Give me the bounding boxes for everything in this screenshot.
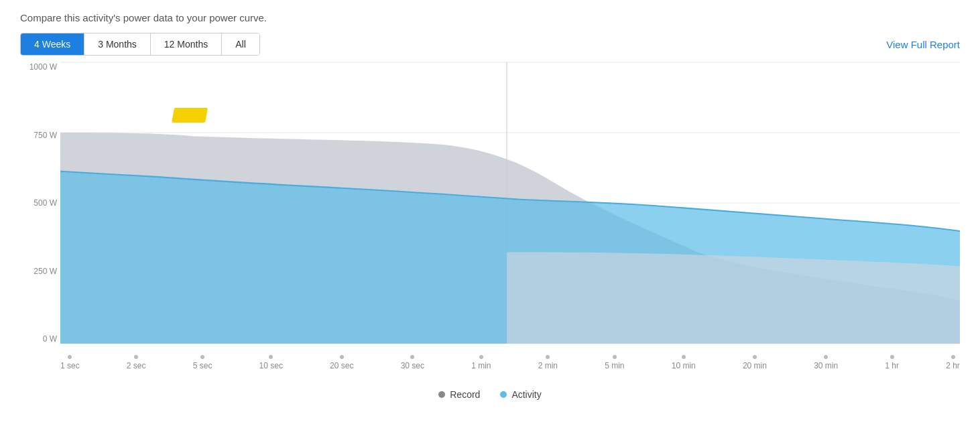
view-full-report-link[interactable]: View Full Report xyxy=(886,39,960,50)
x-label-10sec: 10 sec xyxy=(259,355,283,370)
x-label-30sec: 30 sec xyxy=(401,355,424,370)
tab-3months[interactable]: 3 Months xyxy=(84,33,151,55)
header-row: 4 Weeks 3 Months 12 Months All View Full… xyxy=(20,33,960,56)
x-label-20sec: 20 sec xyxy=(330,355,353,370)
legend-activity: Activity xyxy=(500,389,541,400)
y-label-1000: 1000 W xyxy=(20,62,57,72)
record-dot xyxy=(438,391,445,398)
legend-activity-label: Activity xyxy=(511,389,541,400)
x-label-1hr: 1 hr xyxy=(885,355,899,370)
y-label-250: 250 W xyxy=(20,267,57,276)
y-label-500: 500 W xyxy=(20,198,57,208)
x-label-1min: 1 min xyxy=(471,355,491,370)
tab-group: 4 Weeks 3 Months 12 Months All xyxy=(20,33,260,56)
y-label-0: 0 W xyxy=(20,334,57,344)
x-label-5sec: 5 sec xyxy=(193,355,212,370)
x-label-2hr: 2 hr xyxy=(946,355,960,370)
x-label-10min: 10 min xyxy=(672,355,696,370)
y-label-750: 750 W xyxy=(20,131,57,140)
x-label-20min: 20 min xyxy=(743,355,767,370)
x-label-2min: 2 min xyxy=(538,355,558,370)
activity-dot xyxy=(500,391,507,398)
legend-record-label: Record xyxy=(450,389,480,400)
chart-area: 1000 W 750 W 500 W 250 W 0 W xyxy=(20,62,960,384)
chart-svg xyxy=(60,62,960,344)
x-label-5min: 5 min xyxy=(605,355,624,370)
tab-4weeks[interactable]: 4 Weeks xyxy=(21,33,84,55)
chart-inner xyxy=(60,62,960,344)
legend-record: Record xyxy=(438,389,480,400)
tab-all[interactable]: All xyxy=(222,33,259,55)
page-container: Compare this activity's power data to yo… xyxy=(0,0,980,426)
x-label-1sec: 1 sec xyxy=(60,355,80,370)
chart-legend: Record Activity xyxy=(20,389,960,400)
x-axis-labels: 1 sec 2 sec 5 sec 10 sec 20 sec 30 sec xyxy=(60,355,960,370)
tab-12months[interactable]: 12 Months xyxy=(151,33,222,55)
x-label-30min: 30 min xyxy=(814,355,838,370)
x-label-2sec: 2 sec xyxy=(127,355,146,370)
y-axis-labels: 1000 W 750 W 500 W 250 W 0 W xyxy=(20,62,57,344)
page-subtitle: Compare this activity's power data to yo… xyxy=(20,12,960,23)
